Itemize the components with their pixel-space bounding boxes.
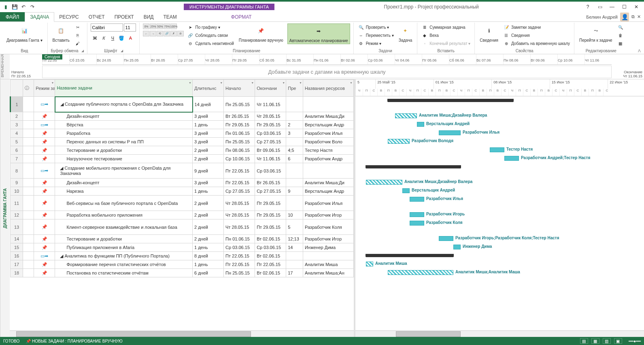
deliverable-button[interactable]: ▫Конечный результат ▾ <box>421 40 471 47</box>
col-pred[interactable]: Пре▼ <box>286 80 303 97</box>
respect-links-button[interactable]: ➤По графику ▾ <box>186 23 234 31</box>
view-usage-icon[interactable]: ▦ <box>591 338 599 344</box>
task-bar[interactable]: Аналитик Миша;Аналитик Маша <box>388 270 453 275</box>
col-mode[interactable]: Режим задачи▼ <box>34 80 55 97</box>
gantt-h-scrollbar[interactable] <box>355 330 644 337</box>
tab-format[interactable]: ФОРМАТ <box>226 12 257 21</box>
zoom-slider[interactable]: ━━●━━ <box>629 339 641 343</box>
task-bar[interactable]: Разработчик Андрей;Тестер Настя <box>504 156 519 161</box>
gantt-row[interactable]: Верстальщик Андрей <box>355 187 644 195</box>
gantt-row[interactable] <box>355 96 644 112</box>
table-row[interactable]: 4📌Разработка3 днейПн 01.06.15Ср 03.06.15… <box>11 129 354 138</box>
summary-bar[interactable] <box>388 99 513 102</box>
ribbon-options-icon[interactable]: ▭ <box>596 4 604 10</box>
user-account[interactable]: Белкин Андрей 👤 ⧉ ✕ <box>583 12 644 21</box>
tab-resource[interactable]: РЕСУРС <box>54 12 83 21</box>
tab-task[interactable]: ЗАДАЧА <box>25 12 54 22</box>
help-icon[interactable]: ? <box>584 4 591 10</box>
table-row[interactable]: 18📌Постановка по статистическим отчётам6… <box>11 269 354 277</box>
bold-button[interactable]: Ж <box>91 34 99 42</box>
task-bar[interactable]: Разработчик Володя <box>388 139 410 144</box>
table-row[interactable]: 9📌Дизайн-концепт3 днейПт 22.05.15Вт 26.0… <box>11 179 354 187</box>
milestone-button[interactable]: ◆Веха <box>421 32 471 39</box>
table-row[interactable]: 15📌Публикация приложения в Afaria1 деньС… <box>11 243 354 252</box>
gantt-row[interactable]: Аналитик Миша;Аналитик Маша <box>355 268 644 277</box>
timeline-hint[interactable]: Добавьте задачи с датами на временную шк… <box>42 66 612 78</box>
task-bar[interactable]: Инженер Дима <box>453 245 461 249</box>
task-bar[interactable]: Аналитик Миша <box>366 262 373 266</box>
font-color-button[interactable]: A <box>126 34 134 42</box>
gantt-row[interactable]: Разработчик Игорь;Разработчик Коля;Тесте… <box>355 234 644 243</box>
table-row[interactable]: 10📌Нарезка1 деньСр 27.05.15Ср 27.05.159В… <box>11 187 354 196</box>
table-row[interactable]: 8▭➡◢ Создание мобильного приложения с Op… <box>11 163 354 179</box>
task-bar[interactable]: Верстальщик Андрей <box>417 122 424 127</box>
gantt-row[interactable]: Разработчик Коля <box>355 219 644 234</box>
task-bar[interactable]: Верстальщик Андрей <box>402 188 410 193</box>
copy-button[interactable]: ⎘ <box>74 32 82 39</box>
table-row[interactable]: 12📌Разработка мобильного приложения2 дне… <box>11 211 354 219</box>
task-bar[interactable]: Разработчик Игорь <box>410 212 424 217</box>
auto-schedule-button[interactable]: ➡Автоматическое планирование <box>287 23 350 44</box>
gantt-row[interactable]: Инженер Дима <box>355 243 644 251</box>
details-button[interactable]: ☰Сведения <box>502 32 571 39</box>
col-resources[interactable]: Названия ресурсов▼ <box>303 80 353 97</box>
window-close2-icon[interactable]: ✕ <box>637 14 641 19</box>
inactivate-button[interactable]: ⊖Сделать неактивной <box>186 40 234 47</box>
task-button[interactable]: ✦Задача <box>397 23 414 43</box>
fill-color-button[interactable]: 🪣 <box>117 34 125 42</box>
italic-button[interactable]: К <box>100 34 108 42</box>
status-newtasks[interactable]: 📌 НОВЫЕ ЗАДАЧИ : ПЛАНИРОВАНИЕ ВРУЧНУЮ <box>26 339 122 343</box>
mode-button[interactable]: ⚙Режим ▾ <box>357 40 395 47</box>
gantt-row[interactable]: Верстальщик Андрей <box>355 120 644 129</box>
col-name[interactable]: Название задачи▼ <box>55 80 193 97</box>
view-resource-icon[interactable]: ▣ <box>614 338 622 344</box>
percent-complete-buttons[interactable]: 0%25%50%75%100% <box>143 23 184 29</box>
gantt-row[interactable]: Аналитик Миша;Дизайнер Валера <box>355 178 644 187</box>
table-row[interactable]: 2📌Дизайн-концепт3 днейВт 26.05.15Чт 28.0… <box>11 112 354 121</box>
notes-button[interactable]: 📝Заметки задачи <box>502 23 571 31</box>
window-restore-icon[interactable]: ⧉ <box>631 14 635 19</box>
gantt-row[interactable] <box>355 251 644 260</box>
font-size-input[interactable] <box>124 23 136 32</box>
gantt-row[interactable]: Разработчик Игорь <box>355 211 644 219</box>
gantt-timescale[interactable]: 5 25 Май '1501 Июн '1508 Июн '1515 Июн '… <box>355 79 644 96</box>
file-tab[interactable]: ФАЙЛ <box>0 12 25 21</box>
cut-button[interactable]: ✂ <box>74 23 82 31</box>
gantt-row[interactable]: Тестер Настя <box>355 146 644 154</box>
gantt-row[interactable]: Аналитик Миша <box>355 260 644 268</box>
gantt-row[interactable]: Аналитик Миша;Дизайнер Валера <box>355 112 644 120</box>
gantt-row[interactable]: Разработчик Андрей;Тестер Настя <box>355 154 644 163</box>
tab-team[interactable]: TEAM <box>158 12 181 21</box>
table-row[interactable]: 17📌Формирование перечня статистических о… <box>11 260 354 269</box>
col-rownum[interactable] <box>11 80 23 97</box>
inspect-button[interactable]: 🔍Проверить ▾ <box>357 23 395 31</box>
dialog-launcher-icon[interactable]: ◢ <box>81 49 84 53</box>
gantt-chart[interactable]: 5 25 Май '1501 Июн '1508 Июн '1515 Июн '… <box>355 79 644 337</box>
table-row[interactable]: 16▭➡◢ Аналитика по функциям ПП (Публично… <box>11 252 354 260</box>
dialog-launcher-icon[interactable]: ◢ <box>121 49 123 53</box>
format-painter-button[interactable]: 🖌 <box>74 40 82 47</box>
maximize-icon[interactable]: ☐ <box>621 4 628 10</box>
table-row[interactable]: 7📌Нагрузочное тестирование2 днейСр 10.06… <box>11 155 354 163</box>
gantt-chart-button[interactable]: 📊Диаграмма Ганта ▾ <box>5 23 44 43</box>
gantt-row[interactable]: Разработчик Илья <box>355 195 644 211</box>
col-info[interactable]: ⓘ <box>23 80 34 97</box>
view-gantt-icon[interactable]: ▤ <box>580 338 588 344</box>
task-bar[interactable]: Аналитик Миша;Дизайнер Валера <box>395 113 417 118</box>
font-name-input[interactable] <box>91 23 123 32</box>
summary-task-button[interactable]: ≣Суммарная задача <box>421 23 471 31</box>
summary-bar[interactable] <box>366 254 453 257</box>
col-finish[interactable]: Окончани▼ <box>255 80 286 97</box>
links-button[interactable]: 🔗Соблюдать связи <box>186 32 234 39</box>
task-bar[interactable]: Разработчик Игорь;Разработчик Коля;Тесте… <box>439 236 453 241</box>
collapse-ribbon-icon[interactable]: ᐱ <box>638 49 641 53</box>
task-bar[interactable]: Разработчик Коля <box>410 221 424 226</box>
gantt-row[interactable] <box>355 163 644 178</box>
task-bar[interactable]: Тестер Настя <box>490 147 504 152</box>
table-row[interactable]: 11📌Веб-сервисы на базе публичного портал… <box>11 196 354 211</box>
add-timeline-button[interactable]: ⊕Добавить на временную шкалу <box>502 40 571 47</box>
table-row[interactable]: 13📌Клиент-серверное взаимодействие и лок… <box>11 219 354 235</box>
indent-icon[interactable]: → <box>150 31 156 36</box>
save-icon[interactable]: 💾 <box>11 4 18 10</box>
clear-button[interactable]: 🗑 <box>616 32 625 39</box>
